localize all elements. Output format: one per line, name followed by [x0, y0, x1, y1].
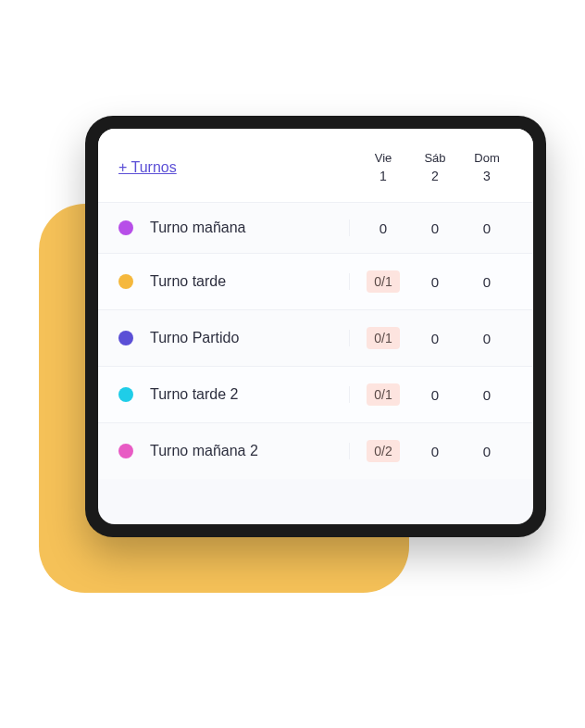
day-headers: Vie 1 Sáb 2 Dom 3 [357, 151, 513, 183]
understaffed-badge: 0/1 [367, 327, 399, 349]
color-dot-icon [118, 387, 133, 402]
day-cell[interactable]: 0 [409, 383, 461, 406]
cell-value: 0 [483, 220, 491, 236]
shift-row[interactable]: Turno tarde 20/100 [98, 366, 533, 422]
cell-value: 0 [380, 220, 387, 236]
cell-value: 0 [483, 387, 491, 403]
shifts-body: Turno mañana000Turno tarde0/100Turno Par… [98, 202, 533, 479]
shift-name: Turno mañana 2 [150, 443, 258, 459]
cell-value: 0 [483, 444, 491, 459]
table-header: + Turnos Vie 1 Sáb 2 Dom 3 [98, 129, 533, 202]
day-cell[interactable]: 0/1 [357, 327, 409, 349]
day-cell[interactable]: 0 [461, 220, 513, 236]
day-cell[interactable]: 0/2 [357, 440, 409, 462]
day-cell[interactable]: 0 [409, 220, 461, 236]
day-num: 2 [409, 169, 461, 183]
cell-value: 0 [431, 331, 439, 346]
shift-row[interactable]: Turno mañana 20/200 [98, 422, 533, 479]
understaffed-badge: 0/2 [367, 440, 399, 462]
shift-label-area: Turno tarde [118, 273, 350, 290]
understaffed-badge: 0/1 [367, 270, 399, 293]
shift-name: Turno tarde [150, 273, 226, 290]
day-cell[interactable]: 0 [461, 327, 513, 349]
shift-row[interactable]: Turno Partido0/100 [98, 309, 533, 366]
shift-name: Turno tarde 2 [150, 386, 238, 403]
tablet-frame: + Turnos Vie 1 Sáb 2 Dom 3 Turno mañana0… [85, 116, 546, 537]
day-cells: 0/200 [357, 440, 513, 462]
day-num: 3 [461, 169, 513, 183]
day-cell[interactable]: 0 [409, 327, 461, 349]
day-header-vie: Vie 1 [357, 151, 409, 183]
shift-name: Turno mañana [150, 220, 245, 236]
day-num: 1 [357, 169, 409, 183]
shift-label-area: Turno mañana [118, 220, 350, 236]
color-dot-icon [118, 444, 133, 458]
day-cell[interactable]: 0/1 [357, 270, 409, 293]
day-name: Dom [461, 151, 513, 165]
day-cells: 0/100 [357, 270, 513, 293]
day-cells: 0/100 [357, 327, 513, 349]
shift-row[interactable]: Turno tarde0/100 [98, 253, 533, 309]
day-header-dom: Dom 3 [461, 151, 513, 183]
day-cell[interactable]: 0/1 [357, 383, 409, 406]
cell-value: 0 [483, 274, 491, 290]
add-shifts-link[interactable]: + Turnos [118, 159, 357, 176]
shift-label-area: Turno mañana 2 [118, 443, 350, 459]
shift-name: Turno Partido [150, 330, 239, 346]
shift-row[interactable]: Turno mañana000 [98, 202, 533, 253]
cell-value: 0 [431, 444, 439, 459]
cell-value: 0 [483, 331, 491, 346]
day-cell[interactable]: 0 [357, 220, 409, 236]
understaffed-badge: 0/1 [367, 383, 399, 406]
day-cell[interactable]: 0 [461, 270, 513, 293]
day-cell[interactable]: 0 [461, 383, 513, 406]
day-header-sab: Sáb 2 [409, 151, 461, 183]
day-cell[interactable]: 0 [409, 270, 461, 293]
day-name: Vie [357, 151, 409, 165]
color-dot-icon [118, 220, 133, 235]
cell-value: 0 [431, 274, 439, 290]
color-dot-icon [118, 331, 133, 345]
day-cell[interactable]: 0 [461, 440, 513, 462]
day-cell[interactable]: 0 [409, 440, 461, 462]
shift-label-area: Turno Partido [118, 330, 350, 346]
shift-label-area: Turno tarde 2 [118, 386, 350, 403]
day-cells: 0/100 [357, 383, 513, 406]
tablet-screen: + Turnos Vie 1 Sáb 2 Dom 3 Turno mañana0… [98, 129, 533, 524]
color-dot-icon [118, 274, 133, 289]
cell-value: 0 [431, 220, 439, 236]
cell-value: 0 [431, 387, 439, 403]
day-name: Sáb [409, 151, 461, 165]
day-cells: 000 [357, 220, 513, 236]
